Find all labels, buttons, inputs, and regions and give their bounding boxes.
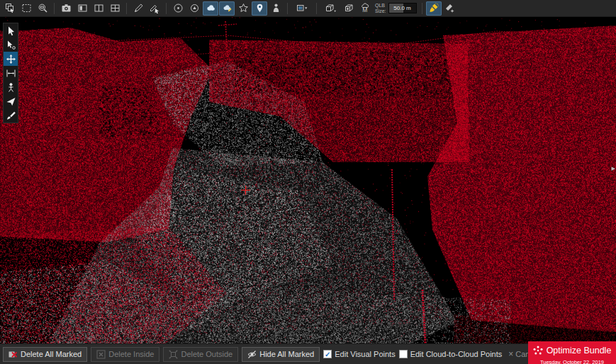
delete-outside-icon <box>169 350 178 359</box>
orbit-icon <box>173 3 184 13</box>
delete-marked-icon <box>9 350 18 359</box>
annotate-pen-button[interactable] <box>130 1 146 16</box>
pick-pen-button[interactable] <box>147 1 162 16</box>
hide-all-marked-button[interactable]: Hide All Marked <box>242 347 320 362</box>
toolbar-separator <box>316 3 317 14</box>
optimize-label: Optimize Bundle <box>547 346 612 356</box>
person-icon <box>271 3 281 13</box>
bounding-box-dropdown[interactable] <box>320 1 340 16</box>
point-cloud-button[interactable] <box>203 1 218 16</box>
box-view-button[interactable] <box>341 1 357 16</box>
window-select-button[interactable] <box>18 1 34 16</box>
toolbar-separator <box>126 3 127 14</box>
measure-icon <box>6 68 16 79</box>
fly-navigate-tool[interactable] <box>4 94 18 108</box>
select-items-icon <box>5 3 16 13</box>
qlb-size-value: 50.0 m <box>389 4 416 13</box>
bundle-icon <box>533 346 543 356</box>
select-cursor-tool[interactable] <box>4 23 18 38</box>
location-pin-icon <box>254 3 265 13</box>
pen-icon <box>133 3 144 13</box>
view-grid-button[interactable] <box>107 1 123 16</box>
optimize-bundle-button[interactable]: Optimize Bundle <box>528 343 616 358</box>
box-view-icon <box>344 3 354 13</box>
status-date: Tuesday, October 22, 2019 <box>528 358 616 364</box>
top-toolbar: M QLB Size: 50.0 m <box>0 0 616 17</box>
zoom-window-button[interactable] <box>35 1 50 16</box>
snapshot-button[interactable] <box>58 1 74 16</box>
scan-locations-button[interactable] <box>268 1 284 16</box>
location-pin-button[interactable] <box>252 1 267 16</box>
measure-distance-tool[interactable] <box>4 66 18 80</box>
cursor-icon <box>6 25 16 36</box>
crosshair-move-tool[interactable] <box>4 52 18 66</box>
select-items-button[interactable] <box>2 1 18 16</box>
cloud-icon <box>206 3 216 13</box>
display-mode-dropdown[interactable] <box>291 1 313 16</box>
view-split-icon <box>94 3 104 13</box>
edit-visual-points-checkbox[interactable]: ✓ Edit Visual Points <box>323 350 395 358</box>
view-split-button[interactable] <box>91 1 106 16</box>
mark-brush-tool[interactable] <box>4 108 18 123</box>
toolbar-separator <box>166 3 167 14</box>
examine-button[interactable] <box>186 1 202 16</box>
window-select-icon <box>21 3 32 13</box>
fly-icon <box>6 96 16 107</box>
star-marker-button[interactable] <box>235 1 251 16</box>
point-cloud-canvas[interactable] <box>0 17 616 343</box>
viewport: ▸ <box>0 17 616 343</box>
delete-outside-button[interactable]: Delete Outside <box>163 347 238 362</box>
pick-pen-icon <box>150 3 160 13</box>
button-label: Delete Outside <box>181 350 233 358</box>
delete-inside-icon <box>96 350 106 359</box>
zoom-window-icon <box>38 3 48 13</box>
toolbar-separator <box>287 3 288 14</box>
checkbox-unchecked-icon <box>399 350 408 358</box>
merge-cloud-icon: M <box>360 3 371 13</box>
scan-person-icon <box>6 82 16 93</box>
checkbox-checked-icon: ✓ <box>323 350 332 358</box>
pick-cursor-tool[interactable] <box>4 38 18 52</box>
display-mode-icon <box>296 3 308 13</box>
view-single-button[interactable] <box>74 1 90 16</box>
flashlight-icon <box>428 3 439 13</box>
view-single-icon <box>77 3 88 13</box>
application-window: M QLB Size: 50.0 m <box>0 0 616 364</box>
scan-view-tool[interactable] <box>4 80 18 94</box>
qlb-size-slider[interactable]: 50.0 m <box>388 3 417 13</box>
pick-cursor-icon <box>6 40 16 50</box>
spot-settings-button[interactable] <box>442 1 458 16</box>
panel-expand-arrow[interactable]: ▸ <box>611 164 615 172</box>
spot-settings-icon <box>444 3 455 13</box>
brush-icon <box>6 110 16 121</box>
optimize-bundle-area: Optimize Bundle Tuesday, October 22, 201… <box>528 341 616 364</box>
checkbox-label: Edit Cloud-to-Cloud Points <box>410 350 503 358</box>
button-label: Delete All Marked <box>21 350 82 358</box>
qlb-size-control: QLB Size: 50.0 m <box>375 3 417 14</box>
delete-inside-button[interactable]: Delete Inside <box>91 347 159 362</box>
move-crosshair-icon <box>6 54 16 64</box>
edit-cloud-to-cloud-checkbox[interactable]: Edit Cloud-to-Cloud Points <box>399 350 503 358</box>
orbit-button[interactable] <box>170 1 186 16</box>
svg-text:M: M <box>362 6 367 13</box>
cloud-edit-button[interactable] <box>219 1 235 16</box>
examine-icon <box>189 3 200 13</box>
merge-cloud-button[interactable]: M <box>357 1 373 16</box>
camera-icon <box>61 3 72 13</box>
toolbar-separator <box>54 3 55 14</box>
qlb-size-label: QLB Size: <box>375 3 386 14</box>
view-grid-icon <box>110 3 121 13</box>
bounding-box-icon <box>325 3 337 13</box>
spotlight-button[interactable] <box>426 1 442 16</box>
bottom-toolbar: Delete All Marked Delete Inside Delete O… <box>0 343 616 364</box>
star-icon <box>238 3 249 13</box>
check-mark: ✓ <box>325 351 330 358</box>
button-label: Hide All Marked <box>259 350 314 358</box>
cloud-edit-icon <box>222 3 233 13</box>
button-label: Delete Inside <box>108 350 154 358</box>
toolbar-separator <box>422 3 422 14</box>
checkbox-label: Edit Visual Points <box>335 350 395 358</box>
left-toolbar <box>3 23 18 123</box>
delete-all-marked-button[interactable]: Delete All Marked <box>3 347 87 362</box>
hide-marked-icon <box>247 350 257 359</box>
